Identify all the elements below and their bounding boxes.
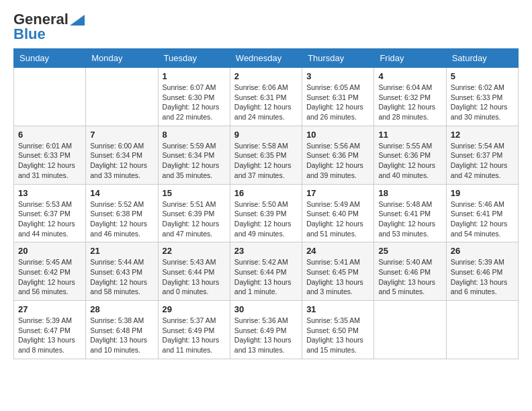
calendar-cell: 11Sunrise: 5:55 AMSunset: 6:36 PMDayligh…: [374, 126, 446, 184]
cell-details: Sunrise: 5:49 AMSunset: 6:40 PMDaylight:…: [306, 199, 369, 239]
cell-details: Sunrise: 6:07 AMSunset: 6:30 PMDaylight:…: [163, 83, 226, 122]
logo: General Blue: [13, 11, 85, 43]
day-number: 10: [306, 130, 369, 140]
day-number: 16: [234, 188, 298, 198]
day-number: 25: [378, 246, 441, 256]
day-number: 18: [378, 188, 441, 198]
cell-details: Sunrise: 5:54 AMSunset: 6:37 PMDaylight:…: [451, 141, 514, 181]
cell-details: Sunrise: 5:37 AMSunset: 6:49 PMDaylight:…: [163, 316, 226, 355]
day-number: 22: [163, 246, 226, 256]
day-number: 29: [163, 304, 226, 314]
calendar-cell: 25Sunrise: 5:40 AMSunset: 6:46 PMDayligh…: [374, 242, 446, 301]
day-number: 23: [234, 246, 298, 256]
calendar-week-row: 20Sunrise: 5:45 AMSunset: 6:42 PMDayligh…: [14, 242, 519, 301]
day-number: 4: [378, 71, 441, 81]
day-number: 7: [90, 130, 153, 140]
day-number: 3: [306, 71, 369, 81]
calendar-cell: 13Sunrise: 5:53 AMSunset: 6:37 PMDayligh…: [14, 184, 86, 242]
weekday-header-monday: Monday: [86, 49, 158, 68]
logo-blue-text: Blue: [13, 26, 46, 43]
calendar-cell: 26Sunrise: 5:39 AMSunset: 6:46 PMDayligh…: [446, 242, 518, 301]
day-number: 11: [378, 130, 441, 140]
calendar-cell: 24Sunrise: 5:41 AMSunset: 6:45 PMDayligh…: [302, 242, 374, 301]
calendar-cell: 3Sunrise: 6:05 AMSunset: 6:31 PMDaylight…: [302, 68, 374, 126]
calendar-week-row: 27Sunrise: 5:39 AMSunset: 6:47 PMDayligh…: [14, 301, 519, 359]
cell-details: Sunrise: 5:40 AMSunset: 6:46 PMDaylight:…: [378, 257, 441, 297]
cell-details: Sunrise: 5:43 AMSunset: 6:44 PMDaylight:…: [163, 257, 226, 297]
calendar-cell: 6Sunrise: 6:01 AMSunset: 6:33 PMDaylight…: [14, 126, 86, 184]
calendar-cell: 2Sunrise: 6:06 AMSunset: 6:31 PMDaylight…: [230, 68, 302, 126]
day-number: 19: [451, 188, 514, 198]
cell-details: Sunrise: 5:39 AMSunset: 6:46 PMDaylight:…: [451, 257, 514, 297]
cell-details: Sunrise: 5:44 AMSunset: 6:43 PMDaylight:…: [90, 257, 153, 297]
cell-details: Sunrise: 6:04 AMSunset: 6:32 PMDaylight:…: [378, 83, 441, 122]
calendar-cell: 21Sunrise: 5:44 AMSunset: 6:43 PMDayligh…: [86, 242, 158, 301]
calendar-cell: 19Sunrise: 5:46 AMSunset: 6:41 PMDayligh…: [446, 184, 518, 242]
cell-details: Sunrise: 5:51 AMSunset: 6:39 PMDaylight:…: [163, 199, 226, 239]
day-number: 12: [451, 130, 514, 140]
cell-details: Sunrise: 6:01 AMSunset: 6:33 PMDaylight:…: [18, 141, 81, 181]
calendar-cell: [374, 301, 446, 359]
weekday-header-row: SundayMondayTuesdayWednesdayThursdayFrid…: [14, 49, 519, 68]
day-number: 17: [306, 188, 369, 198]
calendar-cell: 29Sunrise: 5:37 AMSunset: 6:49 PMDayligh…: [158, 301, 230, 359]
calendar-cell: 16Sunrise: 5:50 AMSunset: 6:39 PMDayligh…: [230, 184, 302, 242]
cell-details: Sunrise: 5:39 AMSunset: 6:47 PMDaylight:…: [18, 316, 81, 355]
calendar-cell: 18Sunrise: 5:48 AMSunset: 6:41 PMDayligh…: [374, 184, 446, 242]
calendar-cell: 10Sunrise: 5:56 AMSunset: 6:36 PMDayligh…: [302, 126, 374, 184]
calendar-week-row: 13Sunrise: 5:53 AMSunset: 6:37 PMDayligh…: [14, 184, 519, 242]
page-header: General Blue: [13, 11, 519, 43]
svg-marker-0: [70, 15, 85, 26]
day-number: 21: [90, 246, 153, 256]
calendar-cell: 20Sunrise: 5:45 AMSunset: 6:42 PMDayligh…: [14, 242, 86, 301]
day-number: 26: [451, 246, 514, 256]
cell-details: Sunrise: 6:05 AMSunset: 6:31 PMDaylight:…: [306, 83, 369, 122]
calendar-cell: 23Sunrise: 5:42 AMSunset: 6:44 PMDayligh…: [230, 242, 302, 301]
cell-details: Sunrise: 6:00 AMSunset: 6:34 PMDaylight:…: [90, 141, 153, 181]
cell-details: Sunrise: 5:35 AMSunset: 6:50 PMDaylight:…: [306, 316, 369, 355]
calendar-cell: 31Sunrise: 5:35 AMSunset: 6:50 PMDayligh…: [302, 301, 374, 359]
day-number: 6: [18, 130, 81, 140]
cell-details: Sunrise: 5:52 AMSunset: 6:38 PMDaylight:…: [90, 199, 153, 239]
cell-details: Sunrise: 5:53 AMSunset: 6:37 PMDaylight:…: [18, 199, 81, 239]
calendar-cell: 22Sunrise: 5:43 AMSunset: 6:44 PMDayligh…: [158, 242, 230, 301]
day-number: 14: [90, 188, 153, 198]
cell-details: Sunrise: 5:58 AMSunset: 6:35 PMDaylight:…: [234, 141, 298, 181]
calendar-cell: 30Sunrise: 5:36 AMSunset: 6:49 PMDayligh…: [230, 301, 302, 359]
calendar-cell: 8Sunrise: 5:59 AMSunset: 6:34 PMDaylight…: [158, 126, 230, 184]
day-number: 2: [234, 71, 298, 81]
day-number: 24: [306, 246, 369, 256]
day-number: 30: [234, 304, 298, 314]
calendar-cell: 15Sunrise: 5:51 AMSunset: 6:39 PMDayligh…: [158, 184, 230, 242]
cell-details: Sunrise: 6:02 AMSunset: 6:33 PMDaylight:…: [451, 83, 514, 122]
weekday-header-saturday: Saturday: [446, 49, 518, 68]
calendar-cell: 1Sunrise: 6:07 AMSunset: 6:30 PMDaylight…: [158, 68, 230, 126]
day-number: 8: [163, 130, 226, 140]
weekday-header-sunday: Sunday: [14, 49, 86, 68]
cell-details: Sunrise: 5:48 AMSunset: 6:41 PMDaylight:…: [378, 199, 441, 239]
day-number: 9: [234, 130, 298, 140]
calendar-cell: [446, 301, 518, 359]
day-number: 28: [90, 304, 153, 314]
calendar-cell: 4Sunrise: 6:04 AMSunset: 6:32 PMDaylight…: [374, 68, 446, 126]
cell-details: Sunrise: 6:06 AMSunset: 6:31 PMDaylight:…: [234, 83, 298, 122]
cell-details: Sunrise: 5:36 AMSunset: 6:49 PMDaylight:…: [234, 316, 298, 355]
calendar-cell: 27Sunrise: 5:39 AMSunset: 6:47 PMDayligh…: [14, 301, 86, 359]
calendar-cell: 14Sunrise: 5:52 AMSunset: 6:38 PMDayligh…: [86, 184, 158, 242]
day-number: 15: [163, 188, 226, 198]
logo-icon: [70, 15, 85, 26]
calendar-cell: [86, 68, 158, 126]
weekday-header-thursday: Thursday: [302, 49, 374, 68]
weekday-header-friday: Friday: [374, 49, 446, 68]
cell-details: Sunrise: 5:50 AMSunset: 6:39 PMDaylight:…: [234, 199, 298, 239]
calendar-cell: [14, 68, 86, 126]
calendar-cell: 17Sunrise: 5:49 AMSunset: 6:40 PMDayligh…: [302, 184, 374, 242]
cell-details: Sunrise: 5:45 AMSunset: 6:42 PMDaylight:…: [18, 257, 81, 297]
calendar-week-row: 6Sunrise: 6:01 AMSunset: 6:33 PMDaylight…: [14, 126, 519, 184]
calendar-cell: 5Sunrise: 6:02 AMSunset: 6:33 PMDaylight…: [446, 68, 518, 126]
day-number: 20: [18, 246, 81, 256]
calendar-cell: 12Sunrise: 5:54 AMSunset: 6:37 PMDayligh…: [446, 126, 518, 184]
calendar-cell: 9Sunrise: 5:58 AMSunset: 6:35 PMDaylight…: [230, 126, 302, 184]
calendar-cell: 7Sunrise: 6:00 AMSunset: 6:34 PMDaylight…: [86, 126, 158, 184]
cell-details: Sunrise: 5:56 AMSunset: 6:36 PMDaylight:…: [306, 141, 369, 181]
